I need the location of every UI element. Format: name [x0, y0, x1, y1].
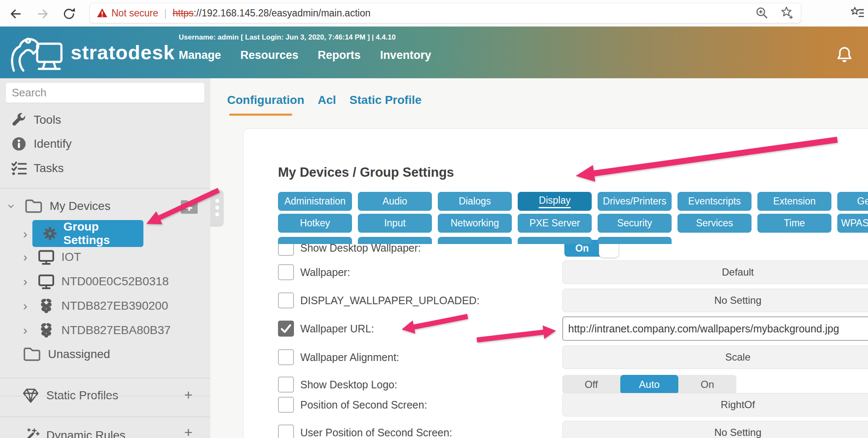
checkbox[interactable]	[278, 292, 294, 308]
add-folder-button[interactable]	[180, 199, 198, 215]
setting-label: Wallpaper:	[300, 266, 350, 279]
tree-item-ntdb827eb390200[interactable]: NTDB827EB390200	[38, 297, 168, 315]
category-audio[interactable]: Audio	[358, 192, 432, 211]
setting-label: User Position of Second Screen:	[300, 427, 452, 438]
category-drives-printers[interactable]: Drives/Printers	[598, 192, 672, 211]
sidebar-item-tools[interactable]: Tools	[11, 111, 61, 129]
sidebar-section-dynamic-rules[interactable]: Dynamic Rules	[22, 426, 125, 438]
back-icon[interactable]	[8, 7, 23, 21]
url-separator: |	[164, 7, 167, 19]
stratodesk-bear-logo	[8, 31, 69, 74]
checkbox[interactable]	[278, 264, 294, 280]
tab-configuration[interactable]: Configuration	[227, 93, 304, 107]
add-static-profile-button[interactable]: +	[184, 387, 193, 403]
checkbox[interactable]	[278, 397, 294, 413]
sidebar-section-static-profiles[interactable]: Static Profiles	[22, 386, 118, 405]
sidebar-resize-handle[interactable]	[210, 190, 224, 227]
section-overlap-line	[0, 396, 210, 396]
setting-value-wallpaper[interactable]: Default	[562, 260, 868, 284]
setting-row-position-second-screen: Position of Second Screen: RightOf	[278, 392, 868, 417]
segment-auto[interactable]: Auto	[620, 375, 678, 394]
gear-icon	[42, 226, 58, 242]
add-favorite-icon[interactable]	[780, 6, 794, 20]
setting-label: Wallpaper Alignment:	[300, 351, 399, 364]
chevron-right-icon[interactable]: ›	[23, 323, 27, 337]
wrench-icon	[11, 112, 27, 128]
nav-item-reports[interactable]: Reports	[318, 49, 361, 62]
checkbox-checked[interactable]	[278, 321, 294, 337]
category-general[interactable]: General	[837, 192, 868, 211]
category-hotkey[interactable]: Hotkey	[278, 214, 352, 233]
segment-on[interactable]: On	[678, 375, 736, 394]
category-button-partial[interactable]	[438, 237, 512, 244]
category-pxe-server[interactable]: PXE Server	[518, 214, 592, 233]
tree-item-ntdb827eba80b37[interactable]: NTDB827EBA80B37	[38, 321, 171, 340]
tab-static-profile[interactable]: Static Profile	[349, 93, 421, 107]
nav-item-manage[interactable]: Manage	[179, 49, 221, 62]
monitor-icon	[38, 249, 55, 265]
address-bar[interactable]: Not secure | https ://192.168.145.28/eas…	[90, 3, 801, 23]
sidebar-divider	[0, 378, 210, 378]
tree-item-group-settings[interactable]: Group Settings	[32, 220, 143, 247]
magic-wand-icon	[22, 427, 40, 438]
category-grid-row2: Hotkey Input Networking PXE Server Secur…	[278, 214, 868, 233]
category-input[interactable]: Input	[358, 214, 432, 233]
wallpaper-url-input[interactable]	[562, 316, 868, 341]
category-networking[interactable]: Networking	[438, 214, 512, 233]
tree-item-unassigned[interactable]: Unassigned	[23, 345, 110, 364]
sidebar-item-tasks[interactable]: Tasks	[11, 159, 64, 178]
sidebar-item-identify[interactable]: Identify	[11, 135, 71, 153]
tab-acl[interactable]: Acl	[318, 93, 336, 107]
chevron-right-icon[interactable]: ›	[23, 274, 27, 289]
refresh-icon[interactable]	[62, 7, 77, 21]
segment-off[interactable]: Off	[562, 375, 620, 394]
tree-item-ntd00e0c52b0318[interactable]: NTD00E0C52B0318	[38, 272, 169, 291]
setting-value-position[interactable]: RightOf	[562, 393, 868, 417]
category-services[interactable]: Services	[677, 214, 752, 233]
category-time[interactable]: Time	[757, 214, 831, 233]
chevron-right-icon[interactable]: ›	[23, 250, 27, 264]
add-dynamic-rule-button[interactable]: +	[184, 424, 193, 438]
sidebar-divider	[0, 188, 210, 188]
setting-value-user-position[interactable]: No Setting	[562, 421, 868, 438]
folder-icon	[24, 198, 43, 214]
search-input[interactable]	[6, 83, 204, 103]
brand-name[interactable]: stratodesk	[71, 41, 175, 64]
chevron-down-icon[interactable]	[7, 202, 15, 210]
checkbox[interactable]	[278, 377, 294, 393]
forward-icon[interactable]	[36, 7, 50, 21]
category-button-partial[interactable]	[598, 237, 672, 244]
session-info: Username: admin [ Last Login: Jun 3, 202…	[179, 33, 396, 42]
category-extension[interactable]: Extension	[757, 192, 831, 211]
warning-icon	[97, 8, 108, 19]
category-security[interactable]: Security	[598, 214, 672, 233]
setting-label: Position of Second Screen:	[300, 399, 427, 411]
category-display[interactable]: Display	[518, 192, 592, 211]
sidebar: Tools Identify Tasks My Devices	[0, 78, 210, 438]
checkbox[interactable]	[278, 425, 294, 438]
nav-item-inventory[interactable]: Inventory	[380, 49, 431, 62]
zoom-icon[interactable]	[754, 6, 769, 20]
category-button-partial[interactable]	[518, 237, 592, 244]
tree-root-my-devices[interactable]: My Devices	[7, 197, 111, 215]
setting-row-user-position-second-screen: User Position of Second Screen: No Setti…	[278, 420, 868, 438]
setting-value-uploaded[interactable]: No Setting	[562, 289, 868, 312]
category-eventscripts[interactable]: Eventscripts	[677, 192, 752, 211]
category-button-partial[interactable]	[358, 237, 432, 244]
tree-item-iot[interactable]: IOT	[38, 248, 81, 266]
chevron-right-icon[interactable]: ›	[23, 227, 27, 241]
url-text[interactable]: ://192.168.145.28/easyadmin/main.action	[193, 8, 370, 19]
notifications-bell-icon[interactable]	[836, 46, 853, 64]
favorites-bar-icon[interactable]	[850, 6, 865, 20]
category-wpasupplicant[interactable]: WPASupplicant	[837, 214, 868, 233]
setting-value-alignment[interactable]: Scale	[562, 345, 868, 369]
checkbox[interactable]	[278, 349, 294, 365]
not-secure-label[interactable]: Not secure	[111, 8, 158, 19]
unassigned-label: Unassigned	[48, 348, 110, 361]
nav-item-resources[interactable]: Resources	[241, 49, 299, 62]
category-button-partial[interactable]	[278, 237, 352, 244]
category-dialogs[interactable]: Dialogs	[438, 192, 512, 211]
setting-row-wallpaper-alignment: Wallpaper Alignment: Scale	[278, 345, 868, 370]
category-administration[interactable]: Administration	[278, 192, 352, 211]
chevron-right-icon[interactable]: ›	[23, 299, 27, 313]
